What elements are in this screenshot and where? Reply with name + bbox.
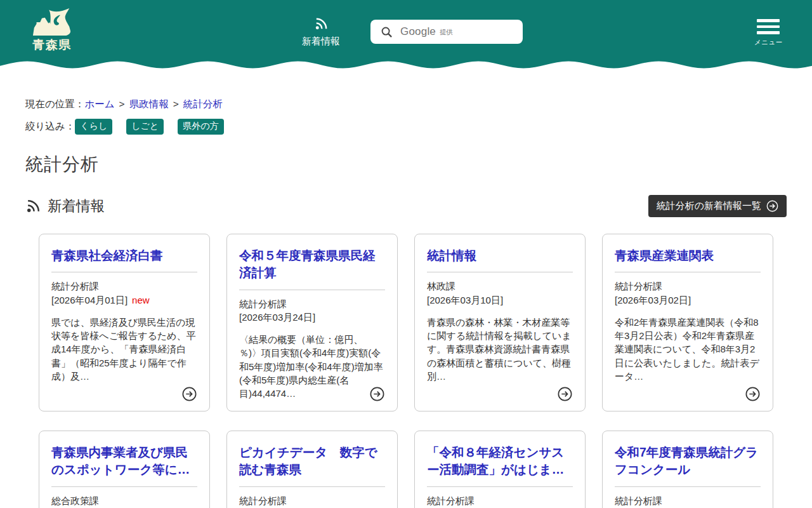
news-section-title: 新着情報	[48, 196, 105, 216]
news-section-header: 新着情報 統計分析の新着情報一覧	[25, 195, 787, 217]
card-arrow-link[interactable]	[370, 387, 384, 401]
card-title-link[interactable]: 青森県社会経済白書	[51, 247, 197, 264]
card-meta: 統計分析課	[427, 494, 573, 507]
card-title-link[interactable]: 統計情報	[427, 247, 573, 264]
card-agency: 統計分析課	[615, 281, 662, 291]
menu-label: メニュー	[754, 38, 782, 47]
google-provided-label: 提供	[440, 28, 453, 37]
arrow-circle-icon	[745, 387, 760, 401]
hamburger-icon	[754, 19, 782, 34]
card-meta: 林政課[2026年03月10日]	[427, 279, 573, 307]
arrow-circle-icon	[766, 200, 778, 212]
card-agency: 統計分析課	[239, 298, 287, 309]
card-arrow-link[interactable]	[182, 387, 197, 401]
rss-icon	[25, 198, 41, 214]
card-meta: 統計分析課	[615, 494, 761, 507]
card-date: [2026年03月10日]	[427, 295, 503, 305]
news-card[interactable]: 青森県社会経済白書 統計分析課[2026年04月01日]new 県では、県経済及…	[39, 234, 210, 411]
filter-tag-shigoto[interactable]: しごと	[126, 119, 164, 135]
card-meta: 統計分析課[2026年03月24日]	[239, 297, 385, 324]
breadcrumb: 現在の位置：ホーム>県政情報>統計分析	[25, 98, 787, 111]
page-title: 統計分析	[25, 152, 787, 177]
card-agency: 林政課	[427, 281, 455, 291]
card-title-link[interactable]: ピカイチデータ 数字で読む青森県	[239, 444, 385, 479]
breadcrumb-link-current[interactable]: 統計分析	[183, 98, 223, 109]
new-badge: new	[132, 295, 150, 305]
arrow-circle-icon	[370, 387, 384, 401]
header-news-link[interactable]: 新着情報	[297, 17, 345, 48]
card-description: 〈結果の概要（単位：億円、％)〉項目実額(令和4年度)実額(令和5年度)増加率(…	[239, 333, 385, 400]
news-list-button[interactable]: 統計分析の新着情報一覧	[648, 195, 787, 217]
card-divider	[51, 272, 197, 272]
card-date: [2026年03月24日]	[239, 312, 315, 323]
header-wave	[0, 61, 812, 69]
news-card[interactable]: 令和５年度青森県県民経済計算 統計分析課[2026年03月24日] 〈結果の概要…	[226, 234, 398, 411]
card-agency: 統計分析課	[427, 495, 475, 506]
arrow-circle-icon	[182, 387, 197, 401]
card-title-link[interactable]: 青森県内事業者及び県民のスポットワーク等に…	[51, 444, 197, 479]
rss-icon	[314, 17, 329, 31]
filter-row: 絞り込み： くらし しごと 県外の方	[25, 119, 787, 135]
card-description: 令和2年青森県産業連関表（令和8年3月2日公表）令和2年青森県産業連関表について…	[615, 316, 761, 383]
card-agency: 統計分析課	[239, 495, 287, 506]
card-meta: 統計分析課[2026年03月02日]	[615, 279, 761, 307]
card-divider	[51, 486, 197, 487]
card-meta: 統計分析課[2026年04月01日]new	[51, 279, 197, 307]
card-date: [2026年04月01日]	[51, 295, 128, 305]
card-agency: 総合政策課	[51, 495, 99, 506]
search-icon	[381, 26, 393, 38]
card-divider	[427, 272, 573, 272]
card-divider	[427, 486, 573, 487]
card-description: 青森県の森林・林業・木材産業等に関する統計情報を掲載しています。青森県森林資源統…	[427, 316, 573, 383]
card-description: 県では、県経済及び県民生活の現状等を皆様へご報告するため、平成14年度から、「青…	[51, 316, 197, 383]
filter-tag-kengai[interactable]: 県外の方	[178, 119, 223, 135]
breadcrumb-label: 現在の位置：	[25, 98, 84, 109]
filter-tag-kurashi[interactable]: くらし	[75, 119, 112, 135]
card-title-link[interactable]: 「令和８年経済センサスー活動調査」がはじま…	[427, 444, 573, 479]
site-header: 青森県 新着情報 Google 提供 メニュー	[0, 0, 812, 61]
card-meta: 統計分析課	[239, 494, 385, 507]
logo-text: 青森県	[30, 39, 74, 51]
card-agency: 統計分析課	[51, 281, 99, 291]
card-arrow-link[interactable]	[558, 387, 572, 401]
card-divider	[239, 290, 385, 290]
search-box[interactable]: Google 提供	[370, 20, 523, 44]
news-card[interactable]: ピカイチデータ 数字で読む青森県 統計分析課	[226, 431, 398, 508]
news-card[interactable]: 青森県内事業者及び県民のスポットワーク等に… 総合政策課	[39, 431, 210, 508]
filter-label: 絞り込み：	[25, 120, 75, 133]
card-divider	[239, 486, 385, 487]
card-agency: 統計分析課	[615, 495, 662, 506]
header-news-label: 新着情報	[297, 36, 345, 48]
arrow-circle-icon	[558, 387, 572, 401]
card-title-link[interactable]: 令和7年度青森県統計グラフコンクール	[615, 444, 761, 479]
google-logo-text: Google	[400, 25, 436, 38]
card-divider	[615, 486, 761, 487]
site-logo[interactable]: 青森県	[30, 8, 74, 51]
news-card[interactable]: 青森県産業連関表 統計分析課[2026年03月02日] 令和2年青森県産業連関表…	[602, 234, 773, 411]
card-divider	[615, 272, 761, 272]
news-cards-grid: 青森県社会経済白書 統計分析課[2026年04月01日]new 県では、県経済及…	[25, 234, 787, 508]
card-title-link[interactable]: 青森県産業連関表	[615, 247, 761, 264]
card-meta: 総合政策課	[51, 494, 197, 507]
card-title-link[interactable]: 令和５年度青森県県民経済計算	[239, 247, 385, 282]
breadcrumb-link-home[interactable]: ホーム	[84, 98, 114, 109]
news-card[interactable]: 令和7年度青森県統計グラフコンクール 統計分析課	[602, 431, 773, 508]
news-card[interactable]: 「令和８年経済センサスー活動調査」がはじま… 統計分析課	[414, 431, 586, 508]
menu-button[interactable]: メニュー	[754, 19, 782, 47]
aomori-prefecture-icon	[32, 8, 72, 36]
card-date: [2026年03月02日]	[615, 295, 691, 305]
card-arrow-link[interactable]	[745, 387, 760, 401]
news-card[interactable]: 統計情報 林政課[2026年03月10日] 青森県の森林・林業・木材産業等に関す…	[414, 234, 586, 411]
breadcrumb-link-kensei[interactable]: 県政情報	[129, 98, 169, 109]
main-content: 現在の位置：ホーム>県政情報>統計分析 絞り込み： くらし しごと 県外の方 統…	[25, 98, 787, 508]
